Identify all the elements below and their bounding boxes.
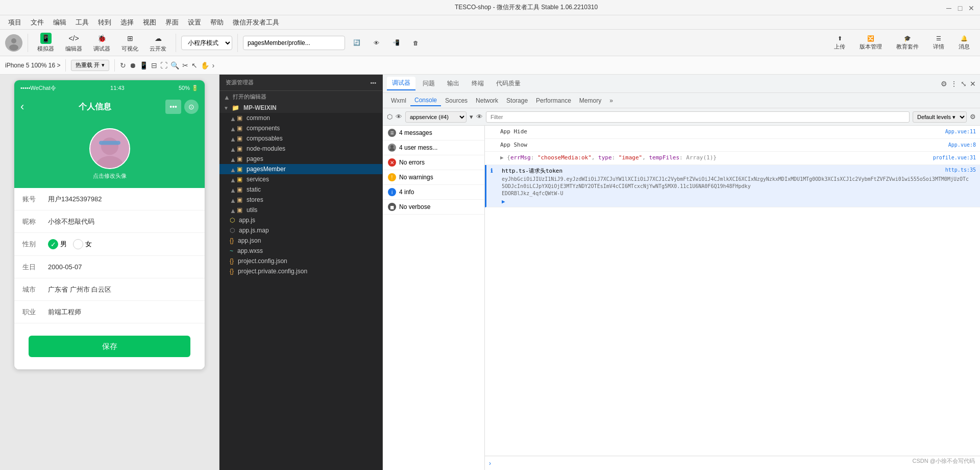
subtab-performance[interactable]: Performance (532, 96, 575, 106)
menu-project[interactable]: 项目 (4, 17, 26, 28)
devtools-options-icon[interactable]: ⋮ (950, 80, 958, 88)
subtab-storage[interactable]: Storage (502, 96, 532, 106)
user-avatar[interactable] (5, 34, 22, 52)
folder-utils[interactable]: ▶ ▣ utils (219, 205, 382, 215)
tab-code-quality[interactable]: 代码质量 (491, 77, 526, 90)
simulator-btn[interactable]: 📱 模拟器 (33, 31, 58, 55)
context-select[interactable]: appservice (#4) (405, 111, 467, 123)
upload-btn[interactable]: ⬆ 上传 (829, 33, 850, 53)
devtools-close-icon[interactable]: ✕ (970, 80, 976, 88)
editor-btn[interactable]: </> 编辑器 (61, 31, 86, 55)
more-icon[interactable]: › (212, 61, 215, 69)
message-btn[interactable]: 🔔 消息 (953, 33, 975, 53)
fullscreen-icon[interactable]: ⛶ (160, 61, 167, 69)
msg-info[interactable]: i 4 info (383, 185, 484, 200)
msg-all[interactable]: ≡ 4 messages (383, 126, 484, 140)
file-app-js[interactable]: ⬡ app.js (219, 215, 382, 225)
folder-static[interactable]: ▶ ▣ static (219, 184, 382, 195)
menu-settings[interactable]: 设置 (184, 17, 205, 28)
detail-btn[interactable]: ☰ 详情 (928, 33, 949, 53)
root-folder[interactable]: ▼ 📁 MP-WEIXIN (219, 103, 382, 113)
menu-help[interactable]: 帮助 (206, 17, 228, 28)
app-show-link[interactable]: App.vue:8 (948, 141, 976, 149)
window-controls[interactable]: ─ □ ✕ (945, 4, 975, 11)
zoom-icon[interactable]: 🔍 (170, 61, 179, 69)
file-app-wxss[interactable]: ~ app.wxss (219, 246, 382, 256)
devtools-expand-icon[interactable]: ⤡ (961, 80, 967, 88)
menu-select[interactable]: 选择 (116, 17, 138, 28)
file-project-config[interactable]: {} project.config.json (219, 256, 382, 266)
settings-icon[interactable]: ⚙ (941, 80, 947, 88)
folder-pages[interactable]: ▶ ▣ pages (219, 154, 382, 164)
menu-edit[interactable]: 编辑 (49, 17, 70, 28)
hot-reload-btn[interactable]: 热重载 开 ▾ (71, 60, 109, 71)
msg-warning[interactable]: ! No warnings (383, 170, 484, 185)
hand-icon[interactable]: ✋ (201, 61, 209, 69)
real-device-btn[interactable]: 📲 (387, 37, 405, 48)
female-radio[interactable] (73, 239, 83, 249)
cursor-icon[interactable]: ↖ (191, 61, 198, 69)
tab-output[interactable]: 输出 (442, 77, 464, 90)
avatar-image[interactable] (89, 128, 130, 169)
visual-btn[interactable]: ⊞ 可视化 (117, 31, 142, 55)
menu-view[interactable]: 视图 (139, 17, 160, 28)
object-link[interactable]: profile.vue:31 (933, 154, 976, 161)
file-app-js-map[interactable]: ⬡ app.js.map (219, 225, 382, 236)
menu-wechat[interactable]: 微信开发者工具 (229, 17, 283, 28)
menu-tools[interactable]: 工具 (71, 17, 93, 28)
file-project-private-config[interactable]: {} project.private.config.json (219, 266, 382, 276)
version-btn[interactable]: 🔀 版本管理 (854, 33, 887, 53)
device-icon[interactable]: 📱 (139, 61, 148, 69)
console-input[interactable] (494, 460, 976, 467)
tab-terminal[interactable]: 终端 (467, 77, 489, 90)
file-app-json[interactable]: {} app.json (219, 236, 382, 246)
eye2-icon[interactable]: 👁 (476, 113, 483, 121)
folder-node-modules[interactable]: ▶ ▣ node-modules (219, 144, 382, 154)
info-link[interactable]: http.ts:35 (945, 167, 976, 175)
menu-ui[interactable]: 界面 (161, 17, 183, 28)
subtab-memory[interactable]: Memory (575, 96, 605, 106)
dots-button[interactable]: ••• (165, 100, 181, 114)
settings2-icon[interactable]: ⚙ (970, 113, 976, 121)
msg-user[interactable]: 4 user mess... (383, 140, 484, 155)
subtab-sources[interactable]: Sources (441, 96, 472, 106)
subtab-wxml[interactable]: Wxml (387, 96, 410, 106)
device-label[interactable]: iPhone 5 100% 16 > (5, 62, 60, 69)
clear-cache-btn[interactable]: 🗑 (408, 38, 424, 48)
refresh-btn[interactable]: 🔄 (348, 37, 365, 48)
wxml-icon[interactable]: ⬡ (387, 113, 393, 121)
refresh-icon[interactable]: ↻ (120, 61, 126, 69)
male-radio[interactable]: ✓ (48, 239, 58, 249)
open-editors-header[interactable]: ▶ 打开的编辑器 (219, 91, 382, 103)
folder-components[interactable]: ▶ ▣ components (219, 123, 382, 133)
tab-debugger[interactable]: 调试器 (387, 77, 415, 90)
cloud-btn[interactable]: ☁ 云开发 (145, 31, 170, 55)
path-input[interactable] (243, 36, 345, 50)
eye-icon[interactable]: 👁 (396, 113, 402, 121)
folder-pagesmember[interactable]: ▶ ▣ pagesMember (219, 164, 382, 174)
file-panel-menu[interactable]: ••• (370, 80, 376, 86)
subtab-console[interactable]: Console (410, 95, 441, 106)
circle-button[interactable]: ⊙ (184, 100, 199, 114)
filter-input[interactable] (486, 111, 910, 123)
level-select[interactable]: Default levels ▾ (913, 111, 967, 123)
gender-male[interactable]: ✓ 男 (48, 239, 67, 249)
back-button[interactable]: ‹ (20, 100, 24, 113)
mode-select[interactable]: 小程序模式 (181, 36, 232, 50)
expand-token[interactable]: ▶ (502, 198, 976, 205)
subtab-more[interactable]: » (605, 96, 617, 106)
arrow-down-icon[interactable]: ▾ (470, 113, 473, 121)
minimize-button[interactable]: ─ (945, 4, 952, 11)
close-button[interactable]: ✕ (968, 4, 975, 11)
app-hide-link[interactable]: App.vue:11 (945, 128, 976, 135)
debugger-btn[interactable]: 🐞 调试器 (89, 31, 114, 55)
msg-verbose[interactable]: ◼ No verbose (383, 200, 484, 215)
folder-services[interactable]: ▶ ▣ services (219, 174, 382, 184)
cut-icon[interactable]: ✂ (182, 61, 188, 69)
maximize-button[interactable]: □ (957, 4, 964, 11)
record-icon[interactable]: ⏺ (129, 61, 136, 69)
gender-female[interactable]: 女 (73, 239, 92, 249)
folder-common[interactable]: ▶ ▣ common (219, 113, 382, 123)
subtab-network[interactable]: Network (472, 96, 502, 106)
preview-btn[interactable]: 👁 (369, 38, 384, 48)
